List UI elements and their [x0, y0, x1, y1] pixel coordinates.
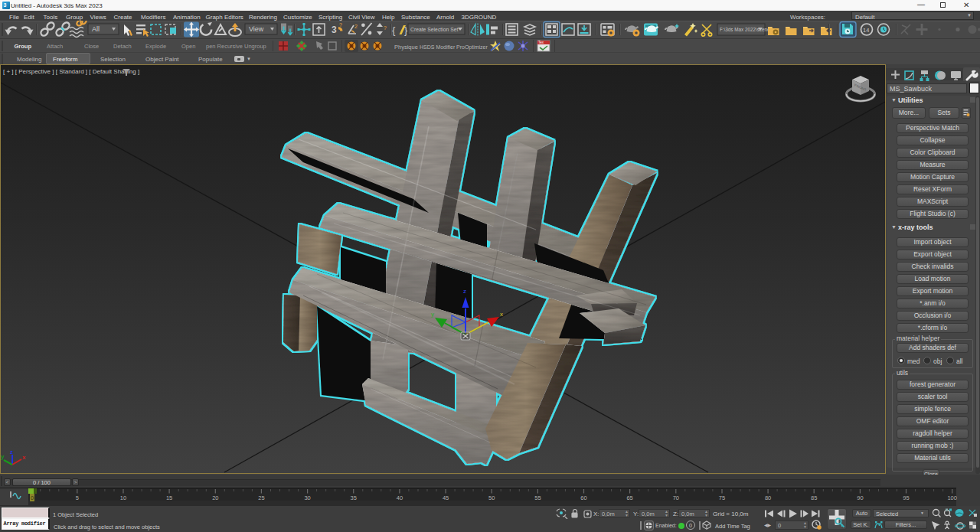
svg-text:View: View: [249, 25, 264, 33]
svg-text:90: 90: [857, 494, 863, 501]
svg-text:x: x: [22, 454, 26, 461]
svg-text:14: 14: [863, 27, 869, 34]
svg-text:0: 0: [31, 494, 34, 501]
svg-text:all: all: [956, 357, 963, 365]
svg-text:80: 80: [765, 494, 771, 501]
svg-text:95: 95: [903, 494, 909, 501]
svg-text:Tex: Tex: [538, 41, 544, 44]
svg-text:85: 85: [811, 494, 817, 501]
svg-text:med: med: [907, 357, 920, 365]
svg-text:3: 3: [332, 24, 337, 35]
svg-text:{: {: [392, 24, 396, 36]
svg-text:10: 10: [120, 494, 126, 501]
svg-text:20: 20: [212, 494, 218, 501]
svg-text:All: All: [92, 25, 100, 33]
svg-text:40: 40: [397, 494, 403, 501]
svg-text:z: z: [10, 449, 13, 455]
svg-text:15: 15: [166, 494, 172, 501]
svg-text:?: ?: [384, 25, 387, 31]
svg-text:z: z: [463, 288, 466, 295]
svg-text:45: 45: [443, 494, 449, 501]
svg-text:Create Selection Set: Create Selection Set: [410, 27, 458, 32]
svg-text:70: 70: [673, 494, 679, 501]
svg-text:55: 55: [534, 494, 541, 501]
svg-text:?: ?: [339, 22, 342, 28]
svg-text:}: }: [404, 24, 408, 36]
svg-text:ProOptimizer: ProOptimizer: [456, 44, 488, 51]
svg-text:100: 100: [947, 494, 957, 501]
svg-text:y: y: [1, 453, 5, 460]
svg-text:30: 30: [304, 494, 310, 501]
svg-text:65: 65: [626, 494, 632, 501]
svg-text:75: 75: [719, 494, 725, 501]
svg-text:HSDS Modifier: HSDS Modifier: [420, 44, 456, 50]
svg-text:y: y: [431, 311, 434, 318]
svg-text:35: 35: [351, 494, 357, 501]
svg-text:obj: obj: [933, 357, 942, 365]
svg-text:2: 2: [354, 24, 358, 29]
svg-text:5: 5: [76, 494, 79, 501]
svg-text:F:\3ds Max 2022\scenes: F:\3ds Max 2022\scenes: [720, 27, 773, 32]
svg-text:Physique: Physique: [394, 44, 418, 51]
svg-text:25: 25: [258, 494, 264, 501]
svg-text:60: 60: [580, 494, 586, 501]
svg-text:50: 50: [488, 494, 495, 501]
svg-text:x: x: [500, 311, 503, 318]
